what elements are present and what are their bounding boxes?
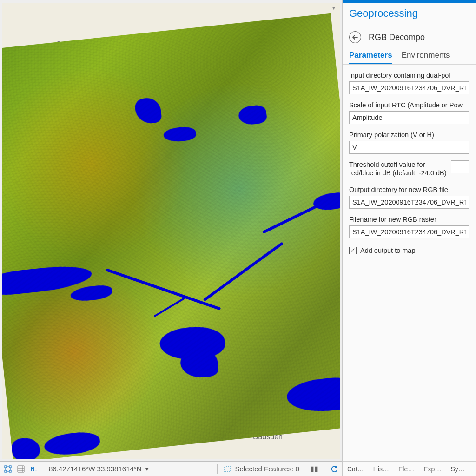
output-dir-field[interactable] xyxy=(349,196,469,209)
dynamic-constraints-icon[interactable]: N↓ xyxy=(29,464,39,474)
footer-tab-elements[interactable]: Ele… xyxy=(394,465,419,473)
view-dropdown-caret[interactable]: ▼ xyxy=(331,5,337,11)
threshold-field[interactable] xyxy=(451,160,469,173)
footer-tab-catalog[interactable]: Cat… xyxy=(343,465,369,473)
input-dir-label: Input directory containing dual-pol xyxy=(349,71,469,80)
refresh-icon[interactable] xyxy=(329,464,339,474)
tool-title: RGB Decompo xyxy=(369,33,425,42)
separator xyxy=(44,464,44,474)
filename-field[interactable] xyxy=(349,225,469,238)
coordinate-display[interactable]: 86.4271416°W 33.9381614°N ▼ xyxy=(49,465,150,473)
primary-pol-label: Primary polarization (V or H) xyxy=(349,131,469,139)
footer-tab-symbology[interactable]: Sy… xyxy=(446,465,469,473)
footer-tab-export[interactable]: Exp… xyxy=(419,465,446,473)
threshold-label: Threshold cutoff value for red/blue in d… xyxy=(349,160,447,178)
sar-raster-layer[interactable] xyxy=(2,13,340,459)
panel-title: Geoprocessing xyxy=(343,3,476,26)
pause-icon[interactable]: ▮▮ xyxy=(309,464,319,474)
input-dir-field[interactable] xyxy=(349,81,469,94)
output-dir-label: Output directory for new RGB file xyxy=(349,185,469,194)
separator xyxy=(324,464,324,474)
svg-rect-0 xyxy=(5,466,7,468)
scale-field[interactable] xyxy=(349,111,469,124)
chevron-down-icon[interactable]: ▼ xyxy=(145,466,150,472)
panel-footer-tabs: Cat… His… Ele… Exp… Sy… xyxy=(343,461,476,476)
selection-icon[interactable] xyxy=(222,464,232,474)
svg-rect-2 xyxy=(5,470,7,472)
parameters-form: Input directory containing dual-pol Scal… xyxy=(343,65,476,261)
tool-tabs: Parameters Environments xyxy=(343,48,476,65)
scale-label: Scale of input RTC (Amplitude or Pow xyxy=(349,101,469,110)
status-bar: N↓ 86.4271416°W 33.9381614°N ▼ Selected … xyxy=(0,461,342,476)
selected-features-text: Selected Features: 0 xyxy=(235,465,299,473)
back-button[interactable] xyxy=(349,31,361,43)
primary-pol-field[interactable] xyxy=(349,141,469,154)
separator xyxy=(304,464,304,474)
geoprocessing-panel: Geoprocessing RGB Decompo Parameters Env… xyxy=(342,0,476,476)
coordinate-text: 86.4271416°W 33.9381614°N xyxy=(49,465,142,473)
footer-tab-history[interactable]: His… xyxy=(369,465,394,473)
add-to-map-checkbox[interactable]: ✓ xyxy=(349,247,357,254)
separator xyxy=(217,464,218,474)
snapping-icon[interactable] xyxy=(3,464,13,474)
map-viewport[interactable]: Columbia McMinnville Gadsden 703 xyxy=(2,3,340,459)
grid-icon[interactable] xyxy=(16,464,26,474)
tab-environments[interactable]: Environments xyxy=(402,48,450,64)
add-to-map-label: Add output to map xyxy=(360,247,416,254)
svg-rect-1 xyxy=(9,466,11,468)
tab-parameters[interactable]: Parameters xyxy=(349,48,392,64)
filename-label: Filename for new RGB raster xyxy=(349,215,469,224)
svg-rect-8 xyxy=(225,466,230,472)
svg-rect-3 xyxy=(9,470,11,472)
